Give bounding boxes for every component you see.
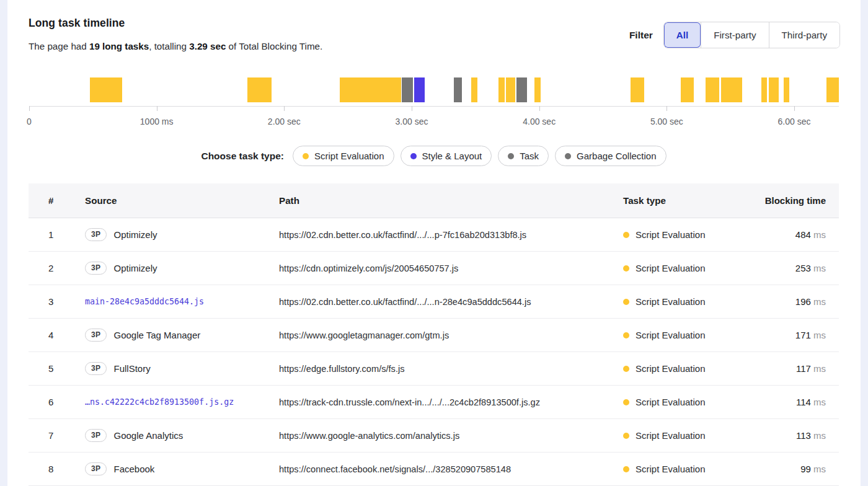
cell-path: https://www.googletagmanager.com/gtm.js [279,330,623,340]
task-segment[interactable] [89,77,122,102]
task-segment[interactable] [401,77,413,102]
task-segment[interactable] [339,77,401,102]
table-row: 6…ns.c42222c4cb2f8913500f.js.gzhttps://t… [29,386,839,419]
cell-path: https://track-cdn.trussle.com/next-in...… [279,397,623,407]
legend-chip-label: Script Evaluation [314,151,384,161]
task-segment[interactable] [471,77,477,102]
cell-path: https://www.google-analytics.com/analyti… [279,431,623,441]
filter-button-first-party[interactable]: First-party [701,22,768,48]
filter-label: Filter [629,30,653,41]
task-segment[interactable] [534,77,541,102]
cell-row-number: 4 [29,330,85,340]
task-type-dot [623,332,629,338]
task-segment[interactable] [768,77,779,102]
legend-chip-task[interactable]: Task [498,146,549,166]
blocking-time-value: 484 [795,229,813,240]
legend-chip-script-evaluation[interactable]: Script Evaluation [293,146,394,166]
column-header-path: Path [279,195,623,206]
axis-tick [284,106,285,111]
third-party-badge: 3P [85,462,107,475]
task-segment[interactable] [505,77,515,102]
axis-tick [29,106,30,111]
task-segment[interactable] [516,77,527,102]
task-segment[interactable] [720,77,742,102]
blocking-time-value: 253 [795,263,813,273]
blocking-time-value: 171 [795,330,813,340]
cell-source: …ns.c42222c4cb2f8913500f.js.gz [85,397,279,407]
source-file-link[interactable]: …ns.c42222c4cb2f8913500f.js.gz [85,397,234,407]
third-party-badge: 3P [85,228,107,241]
axis-tick-label: 5.00 sec [650,117,683,126]
task-segment[interactable] [247,77,272,102]
source-file-link[interactable]: main-28e4c9a5dddc5644.js [85,297,204,306]
third-party-badge: 3P [85,262,107,275]
cell-source: main-28e4c9a5dddc5644.js [85,297,279,306]
cell-blocking-time: 117 ms [740,363,839,374]
task-segment[interactable] [630,77,644,102]
task-segment[interactable] [761,77,767,102]
blocking-time-unit: ms [813,464,826,474]
blocking-time-unit: ms [813,397,826,407]
source-name: FullStory [113,363,150,374]
legend-chip-label: Task [520,151,539,161]
task-type-label: Script Evaluation [636,397,706,407]
task-type-dot [623,466,629,472]
cell-source: 3POptimizely [85,262,279,275]
legend-color-dot [410,153,417,159]
table-row: 23POptimizelyhttps://cdn.optimizely.com/… [29,252,839,285]
task-segment[interactable] [705,77,719,102]
legend-color-dot [303,153,309,159]
task-segment[interactable] [498,77,505,102]
cell-path: https://02.cdn.better.co.uk/factfind/...… [279,230,623,240]
legend-color-dot [508,153,514,159]
blocking-time-unit: ms [813,430,826,441]
cell-row-number: 2 [29,263,85,273]
blocking-time-value: 113 [796,430,813,441]
blocking-time-unit: ms [813,229,826,240]
task-segment[interactable] [783,77,789,102]
table-row: 43PGoogle Tag Managerhttps://www.googlet… [29,319,839,352]
table-row: 13POptimizelyhttps://02.cdn.better.co.uk… [29,218,839,252]
timeline-bars [29,77,839,102]
column-header-blocking-time: Blocking time [740,195,839,206]
task-segment[interactable] [414,77,425,102]
task-type-dot [623,399,629,405]
axis-tick [666,106,667,111]
cell-blocking-time: 484 ms [740,229,839,240]
filter-segmented-control: AllFirst-partyThird-party [663,22,840,48]
axis-tick-label: 1000 ms [140,117,174,126]
task-type-label: Script Evaluation [636,363,706,374]
cell-source: 3POptimizely [85,228,279,241]
cell-task-type: Script Evaluation [623,363,740,374]
task-type-legend: Choose task type: Script EvaluationStyle… [29,146,839,166]
legend-title: Choose task type: [201,151,284,162]
cell-task-type: Script Evaluation [623,296,740,307]
legend-color-dot [565,153,571,159]
cell-source: 3PFullStory [85,362,279,375]
task-segment[interactable] [826,77,839,102]
cell-task-type: Script Evaluation [623,229,740,240]
task-segment[interactable] [680,77,694,102]
table-row: 53PFullStoryhttps://edge.fullstory.com/s… [29,352,839,386]
summary-blocking-time: 3.29 sec [189,41,226,51]
cell-row-number: 3 [29,296,85,307]
blocking-time-value: 99 [800,464,813,474]
cell-task-type: Script Evaluation [623,430,740,441]
filter-button-third-party[interactable]: Third-party [769,22,839,48]
cell-row-number: 1 [29,229,85,240]
source-name: Facebook [113,464,154,474]
task-segment[interactable] [453,77,462,102]
legend-chip-garbage-collection[interactable]: Garbage Collection [555,146,666,166]
table-row: 73PGoogle Analyticshttps://www.google-an… [29,419,839,453]
third-party-badge: 3P [85,329,107,342]
task-type-label: Script Evaluation [636,229,706,240]
cell-blocking-time: 253 ms [740,263,839,273]
task-type-label: Script Evaluation [636,430,706,441]
cell-source: 3PGoogle Analytics [85,429,279,442]
filter-button-all[interactable]: All [664,22,701,48]
column-header-num: # [29,195,85,206]
long-task-timeline-panel: Long task timeline The page had 19 long … [7,0,861,486]
source-name: Optimizely [113,263,157,273]
cell-path: https://edge.fullstory.com/s/fs.js [279,364,623,374]
legend-chip-style-layout[interactable]: Style & Layout [401,146,492,166]
